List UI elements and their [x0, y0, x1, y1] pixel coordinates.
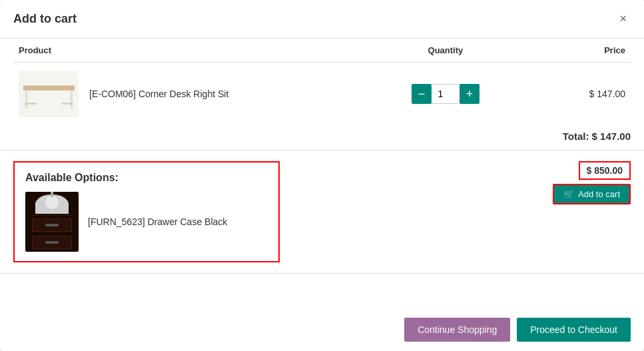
product-image: [19, 71, 79, 117]
options-title: Available Options:: [25, 172, 268, 184]
desk-icon: [21, 73, 77, 116]
add-to-cart-button[interactable]: 🛒 Add to cart: [553, 184, 631, 204]
option-price: $ 850.00: [579, 161, 631, 180]
product-name: [E-COM06] Corner Desk Right Sit: [79, 89, 228, 99]
modal-footer: Continue Shopping Proceed to Checkout: [0, 308, 644, 351]
modal-header: Add to cart ×: [0, 0, 644, 39]
quantity-control: − +: [389, 84, 501, 104]
product-header: Product: [13, 39, 384, 63]
add-to-cart-modal: Add to cart × Product Quantity Price: [0, 0, 644, 351]
price-header: Price: [507, 39, 631, 63]
product-cell: [E-COM06] Corner Desk Right Sit: [13, 63, 384, 125]
quantity-increase-button[interactable]: +: [460, 84, 480, 104]
cart-table: Product Quantity Price: [13, 39, 631, 125]
quantity-header: Quantity: [384, 39, 507, 63]
options-box: Available Options:: [13, 161, 280, 262]
add-to-cart-label: Add to cart: [578, 189, 620, 199]
quantity-decrease-button[interactable]: −: [412, 84, 432, 104]
close-button[interactable]: ×: [615, 11, 631, 27]
options-section: Available Options:: [0, 151, 644, 274]
total-label: Total: $ 147.00: [563, 131, 631, 142]
option-name: [FURN_5623] Drawer Case Black: [88, 216, 227, 227]
continue-shopping-button[interactable]: Continue Shopping: [404, 318, 510, 342]
svg-rect-2: [70, 90, 72, 108]
option-image: [25, 192, 79, 252]
cart-row: [E-COM06] Corner Desk Right Sit − + $ 14…: [13, 63, 631, 126]
price-cell: $ 147.00: [507, 63, 631, 126]
total-row: Total: $ 147.00: [0, 125, 644, 151]
cart-section: Product Quantity Price: [0, 39, 644, 125]
svg-rect-1: [25, 90, 27, 108]
svg-rect-4: [61, 103, 73, 105]
quantity-input[interactable]: [432, 84, 460, 104]
modal-title: Add to cart: [13, 12, 77, 26]
proceed-to-checkout-button[interactable]: Proceed to Checkout: [517, 318, 631, 342]
svg-rect-0: [23, 85, 75, 90]
option-item: [FURN_5623] Drawer Case Black: [25, 192, 268, 252]
svg-rect-3: [25, 103, 36, 105]
option-price-area: $ 850.00 🛒 Add to cart: [553, 161, 631, 204]
cart-icon: 🛒: [563, 189, 574, 199]
quantity-cell: − +: [384, 63, 507, 126]
